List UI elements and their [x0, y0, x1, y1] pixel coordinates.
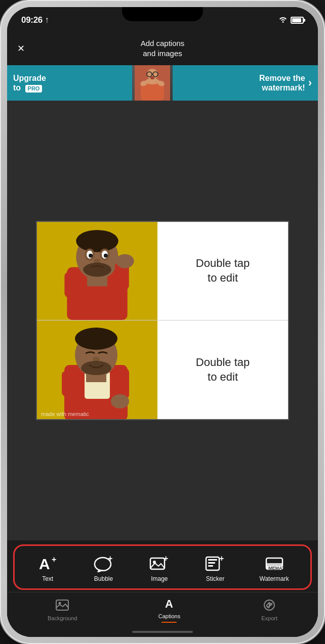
bubble-tool-icon: +	[92, 554, 115, 573]
home-indicator	[7, 627, 318, 637]
ad-upgrade-text: Upgrade to PRO	[13, 73, 46, 93]
watermark-text: made with mematic	[41, 411, 89, 417]
close-button[interactable]: ✕	[17, 44, 25, 53]
watermark-tool-button[interactable]: MEMATIC Watermark	[256, 552, 293, 584]
svg-point-7	[150, 76, 154, 79]
svg-rect-36	[62, 371, 76, 396]
battery-icon	[291, 17, 304, 24]
sticker-tool-icon: +	[204, 554, 227, 573]
svg-rect-34	[115, 369, 129, 399]
svg-point-33	[81, 361, 111, 375]
svg-point-23	[116, 254, 134, 268]
svg-rect-24	[64, 272, 78, 297]
svg-rect-48	[208, 565, 213, 567]
svg-text:A: A	[165, 597, 173, 609]
watermark-tool-icon: MEMATIC	[263, 554, 286, 573]
image-tool-icon: +	[148, 554, 171, 573]
image-tool-label: Image	[151, 575, 168, 582]
nav-item-captions[interactable]: A Captions	[150, 596, 188, 624]
svg-text:A: A	[39, 556, 50, 572]
svg-point-13	[76, 230, 118, 252]
bottom-section: A + Text + Bubble	[7, 540, 318, 637]
meme-top-row: Double tapto edit	[37, 222, 288, 320]
svg-point-20	[104, 254, 108, 258]
sticker-tool-label: Sticker	[206, 575, 225, 582]
svg-point-19	[89, 254, 93, 258]
svg-rect-47	[208, 562, 215, 564]
header: ✕ Add captions and images	[7, 33, 318, 65]
status-time: 09:26 ↑	[21, 15, 49, 25]
background-nav-icon	[56, 600, 69, 614]
svg-text:+: +	[164, 555, 168, 563]
image-tool-button[interactable]: + Image	[144, 552, 175, 584]
ad-person-image	[132, 65, 173, 101]
svg-text:+: +	[219, 555, 224, 563]
svg-point-55	[59, 602, 61, 604]
meme-bottom-image	[37, 320, 157, 419]
captions-nav-icon: A	[162, 597, 176, 612]
meme-bottom-text[interactable]: Double tapto edit	[157, 320, 288, 419]
svg-text:+: +	[108, 555, 112, 563]
svg-rect-42	[150, 558, 165, 569]
bottom-nav: Background A Captions	[7, 592, 318, 627]
svg-text:MEMATIC: MEMATIC	[268, 566, 285, 571]
export-nav-label: Export	[261, 615, 277, 621]
svg-point-25	[83, 263, 111, 277]
meme-top-text[interactable]: Double tapto edit	[157, 222, 288, 320]
export-nav-icon	[263, 600, 276, 614]
meme-bottom-edit-label: Double tapto edit	[196, 355, 250, 384]
captions-nav-label: Captions	[158, 613, 180, 619]
header-title: Add captions and images	[141, 38, 185, 58]
sticker-tool-button[interactable]: + Sticker	[199, 552, 231, 584]
meme-top-edit-label: Double tapto edit	[196, 256, 250, 285]
svg-rect-14	[87, 276, 107, 286]
nav-item-background[interactable]: Background	[39, 599, 86, 622]
svg-point-35	[111, 394, 129, 408]
pro-badge: PRO	[25, 85, 43, 93]
wifi-icon	[278, 16, 288, 25]
phone-frame: 09:26 ↑ ✕ Add captions and images	[0, 0, 325, 644]
meme-top-image	[37, 222, 157, 320]
svg-point-30	[75, 328, 117, 350]
ad-remove-text: Remove the watermark! ›	[259, 73, 312, 93]
notch	[122, 7, 203, 21]
ad-chevron-icon: ›	[308, 76, 312, 89]
main-content: Double tapto edit	[7, 101, 318, 540]
nav-item-export[interactable]: Export	[253, 599, 286, 622]
meme-template[interactable]: Double tapto edit	[36, 221, 289, 420]
status-bar: 09:26 ↑	[7, 7, 318, 33]
captions-active-indicator	[161, 622, 177, 623]
bubble-tool-label: Bubble	[94, 575, 113, 582]
status-icons	[278, 16, 304, 25]
background-nav-label: Background	[48, 615, 77, 621]
home-bar	[132, 631, 193, 633]
meme-bottom-row: Double tapto edit made with mematic	[37, 320, 288, 419]
svg-text:+: +	[52, 555, 56, 564]
bubble-tool-button[interactable]: + Bubble	[88, 552, 119, 584]
ad-banner[interactable]: Upgrade to PRO	[7, 65, 318, 101]
toolbar-buttons-container: A + Text + Bubble	[13, 544, 312, 590]
text-tool-button[interactable]: A + Text	[32, 552, 63, 584]
text-tool-icon: A +	[36, 554, 59, 573]
watermark-tool-label: Watermark	[260, 575, 289, 582]
phone-screen: 09:26 ↑ ✕ Add captions and images	[7, 7, 318, 637]
svg-rect-46	[208, 559, 217, 561]
text-tool-label: Text	[42, 575, 53, 582]
